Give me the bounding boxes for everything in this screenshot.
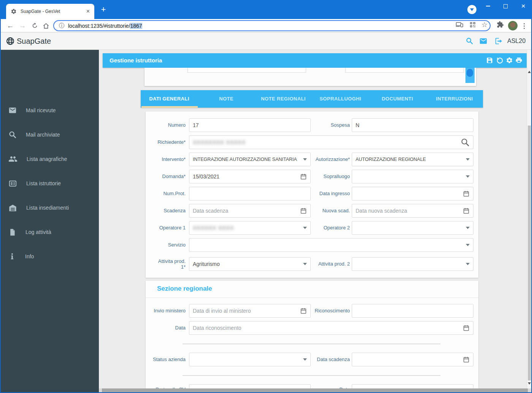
sidebar-item-label: Lista insediamenti — [26, 205, 69, 211]
chevron-down-icon — [466, 244, 470, 246]
intervento-select[interactable]: INTEGRAZIONE AUTORIZZAZIONE SANITARIA — [189, 153, 311, 166]
vertical-scrollbar-thumb[interactable] — [528, 126, 531, 380]
data-scadenza-date-field[interactable] — [352, 353, 473, 366]
numero-value: 17 — [193, 122, 199, 128]
scroll-up-icon[interactable] — [528, 71, 531, 73]
sidebar-item-info[interactable]: Info — [0, 249, 99, 264]
tab-dati-generali[interactable]: DATI GENERALI — [141, 90, 198, 108]
nuova-scad-date-field[interactable]: Data nuova scadenza — [352, 204, 473, 218]
richiedente-field[interactable]: XXXXXXXX XXXXX — [189, 135, 473, 149]
calendar-icon[interactable] — [300, 207, 307, 214]
home-icon[interactable] — [40, 19, 52, 32]
attivita1-select[interactable]: Agriturismo — [189, 257, 311, 271]
protocollo-sv-field[interactable] — [189, 384, 311, 388]
app-mail-icon[interactable] — [479, 37, 488, 47]
calendar-icon[interactable] — [463, 190, 470, 197]
data-bottom-date-field[interactable] — [352, 384, 473, 388]
qr-grid-icon[interactable] — [469, 19, 476, 30]
sidebar-item-lista-insediamenti[interactable]: Lista insediamenti — [0, 200, 99, 215]
domanda-date-field[interactable]: 15/03/2021 — [189, 170, 311, 183]
calendar-icon[interactable] — [463, 356, 470, 363]
scroll-down-icon[interactable] — [528, 382, 531, 385]
search-icon[interactable] — [461, 138, 470, 147]
sidebar-item-lista-istruttorie[interactable]: Lista istruttorie — [0, 176, 99, 191]
autorizzazione-select[interactable]: AUTORIZZAZIONE REGIONALE — [352, 153, 473, 166]
status-azienda-select[interactable] — [189, 353, 311, 366]
num-prot-label: Num.Prot. — [149, 191, 186, 196]
bookmark-star-icon[interactable]: ☆ — [481, 19, 488, 30]
operatore2-select[interactable] — [352, 221, 473, 235]
extensions-puzzle-icon[interactable] — [497, 19, 504, 30]
app-window: SuapGate - GesVet × + × ← → ⓘ localhost:… — [0, 0, 532, 393]
partial-input[interactable] — [345, 68, 464, 73]
inner-scrollbar[interactable] — [465, 68, 475, 83]
servizio-select[interactable] — [189, 238, 473, 252]
sezione-regionale-card: Sezione regionale Invio ministero Data d… — [146, 281, 478, 388]
profile-avatar[interactable] — [508, 21, 518, 30]
browser-menu-icon[interactable] — [522, 21, 526, 30]
chevron-down-icon — [303, 263, 307, 265]
back-icon[interactable]: ← — [5, 19, 16, 32]
forward-icon[interactable]: → — [17, 19, 28, 32]
maximize-button[interactable] — [497, 0, 514, 12]
app-brand: SuapGate — [17, 37, 51, 46]
print-icon[interactable] — [515, 57, 523, 64]
close-button[interactable]: × — [515, 0, 532, 12]
horizontal-scrollbar-thumb[interactable] — [102, 388, 528, 392]
refresh-icon[interactable] — [29, 19, 40, 32]
download-indicator-icon[interactable] — [467, 5, 476, 14]
sidebar-item-log-attivita[interactable]: Log attività — [0, 224, 99, 240]
domanda-label: Domanda* — [149, 173, 186, 179]
minimize-button[interactable] — [479, 0, 497, 12]
sopralluogo-select[interactable] — [352, 170, 473, 183]
browser-tab[interactable]: SuapGate - GesVet × — [6, 4, 94, 19]
app-search-icon[interactable] — [465, 37, 473, 46]
search-icon — [8, 130, 17, 139]
invio-ministero-placeholder: Data di invio al ministero — [193, 308, 251, 314]
sospesa-field[interactable]: N — [352, 118, 473, 132]
chevron-down-icon — [466, 227, 470, 229]
data-riconoscimento-label: Data — [149, 325, 186, 331]
tab-sopralluoghi[interactable]: SOPRALLUOGHI — [312, 90, 369, 108]
undo-icon[interactable] — [496, 57, 503, 64]
invio-ministero-date-field[interactable]: Data di invio al ministero — [189, 304, 311, 318]
data-riconoscimento-date-field[interactable]: Data riconoscimento — [189, 321, 473, 335]
domanda-value: 15/03/2021 — [193, 173, 219, 180]
tab-note-regionali[interactable]: NOTE REGIONALI — [255, 90, 312, 108]
logout-icon[interactable] — [494, 37, 503, 47]
sidebar-item-mail-archiviate[interactable]: Mail archiviate — [0, 127, 99, 142]
scadenza-date-field[interactable]: Data scadenza — [189, 204, 311, 218]
operatore1-select[interactable]: XXXXXX XXXX — [189, 221, 311, 235]
url-bar[interactable]: ⓘ localhost:1235/#istruttorie/1867 — [53, 20, 491, 31]
numero-field[interactable]: 17 — [189, 118, 311, 132]
sidebar-item-label: Lista istruttorie — [26, 180, 61, 186]
horizontal-scrollbar[interactable] — [99, 388, 532, 392]
tab-interruzioni[interactable]: INTERRUZIONI — [426, 90, 483, 108]
user-badge[interactable]: ASL20 — [507, 38, 526, 45]
calendar-icon[interactable] — [463, 325, 470, 331]
data-scadenza-label: Data scadenza — [307, 356, 350, 362]
new-tab-button[interactable]: + — [98, 5, 109, 15]
inner-scrollbar-thumb[interactable] — [467, 69, 473, 77]
tab-close-icon[interactable]: × — [86, 8, 90, 14]
save-icon[interactable] — [486, 57, 494, 64]
page-info-icon[interactable]: ⓘ — [59, 22, 64, 29]
browser-tab-title: SuapGate - GesVet — [21, 9, 86, 14]
gear-icon[interactable] — [506, 57, 513, 64]
data-ingresso-date-field[interactable] — [352, 187, 473, 200]
sidebar-item-mail-ricevute[interactable]: Mail ricevute — [0, 103, 99, 118]
calendar-icon[interactable] — [300, 173, 307, 180]
tab-documenti[interactable]: DOCUMENTI — [369, 90, 426, 108]
partial-input[interactable] — [187, 68, 306, 73]
vertical-scrollbar[interactable] — [527, 50, 531, 393]
calendar-icon[interactable] — [300, 307, 307, 314]
attivita2-select[interactable] — [352, 257, 473, 271]
device-icon[interactable] — [456, 19, 463, 30]
sidebar-item-lista-anagrafiche[interactable]: Lista anagrafiche — [0, 151, 99, 167]
globe-icon — [6, 37, 15, 46]
calendar-icon[interactable] — [463, 207, 470, 214]
riconoscimento-field[interactable] — [352, 304, 473, 318]
num-prot-field[interactable] — [189, 187, 311, 200]
richiedente-redacted-value: XXXXXXXX XXXXX — [193, 139, 246, 145]
tab-note[interactable]: NOTE — [198, 90, 255, 108]
